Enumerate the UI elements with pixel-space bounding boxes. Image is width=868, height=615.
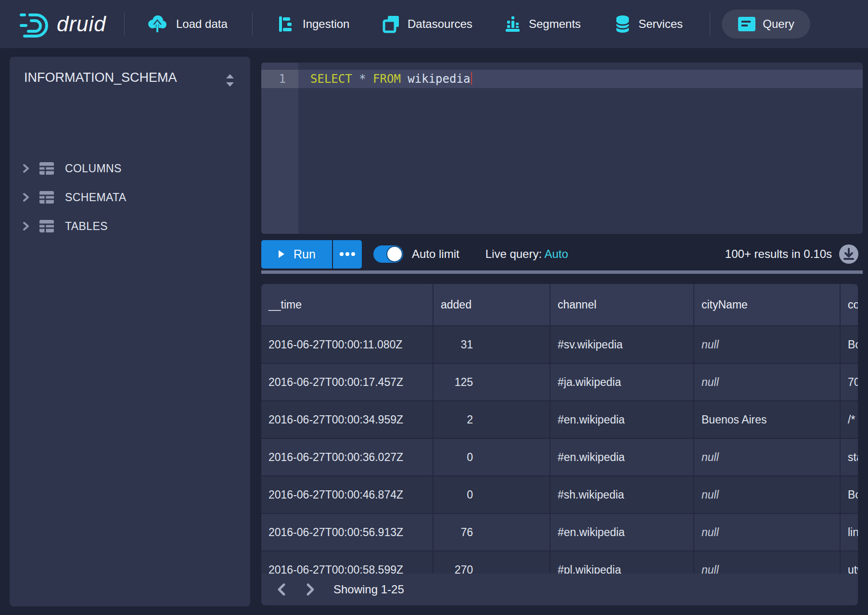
- cell-added[interactable]: 76: [434, 514, 550, 551]
- live-query-value[interactable]: Auto: [544, 247, 568, 260]
- cell-channel[interactable]: #pl.wikipedia: [550, 551, 694, 574]
- cell-cityname[interactable]: Buenos Aires: [694, 401, 841, 439]
- sql-identifier: wikipedia: [408, 72, 470, 86]
- cell-channel[interactable]: #en.wikipedia: [550, 514, 694, 551]
- cell-cityname[interactable]: null: [694, 551, 841, 574]
- cell-comment[interactable]: link: [841, 514, 858, 551]
- nav-item-query-active[interactable]: Query: [722, 10, 810, 38]
- sql-operator: *: [359, 72, 366, 86]
- cell-cityname[interactable]: null: [694, 476, 841, 514]
- column-header-time[interactable]: __time: [261, 284, 434, 326]
- table-row: 2016-06-27T00:00:34.959Z 2 #en.wikipedia…: [261, 401, 858, 439]
- cell-added[interactable]: 2: [434, 401, 550, 439]
- nav-item-segments[interactable]: Segments: [504, 0, 581, 48]
- cell-cityname[interactable]: null: [694, 514, 841, 551]
- cell-comment[interactable]: /* S: [841, 401, 858, 439]
- results-resize-divider[interactable]: [261, 270, 863, 274]
- cell-comment[interactable]: utw: [841, 551, 858, 574]
- cell-time[interactable]: 2016-06-27T00:00:56.913Z: [261, 514, 434, 551]
- cloud-upload-icon: [146, 13, 169, 35]
- cell-added[interactable]: 0: [434, 439, 550, 476]
- double-caret-vertical-icon[interactable]: [223, 73, 237, 88]
- pagination-bar: Showing 1-25: [261, 574, 858, 605]
- table-row: 2016-06-27T00:00:58.599Z 270 #pl.wikiped…: [261, 551, 858, 574]
- nav-item-label: Datasources: [408, 17, 472, 31]
- auto-limit-toggle[interactable]: [373, 245, 403, 263]
- line-number: 1: [261, 70, 298, 88]
- query-toolbar: Run Auto limit Live query: Auto 100+ res…: [261, 240, 863, 269]
- run-button[interactable]: Run: [261, 240, 332, 269]
- toggle-knob: [387, 247, 402, 261]
- cell-channel[interactable]: #en.wikipedia: [550, 401, 694, 439]
- cell-time[interactable]: 2016-06-27T00:00:46.874Z: [261, 476, 434, 514]
- cell-comment[interactable]: 70:: [841, 364, 858, 401]
- nav-item-ingestion[interactable]: Ingestion: [278, 0, 349, 48]
- column-header-channel[interactable]: channel: [550, 284, 694, 326]
- chevron-right-icon: [305, 583, 316, 596]
- table-row: 2016-06-27T00:00:17.457Z 125 #ja.wikiped…: [261, 364, 858, 401]
- table-icon: [39, 191, 54, 204]
- nav-item-load-data[interactable]: Load data: [146, 0, 228, 48]
- pagination-status: Showing 1-25: [333, 583, 404, 596]
- nav-item-label: Query: [763, 17, 794, 31]
- sql-keyword: FROM: [373, 72, 401, 86]
- cell-channel[interactable]: #ja.wikipedia: [550, 364, 694, 401]
- cell-time[interactable]: 2016-06-27T00:00:34.959Z: [261, 401, 434, 439]
- cell-added[interactable]: 31: [434, 326, 550, 364]
- cell-time[interactable]: 2016-06-27T00:00:17.457Z: [261, 364, 434, 401]
- cell-channel[interactable]: #en.wikipedia: [550, 439, 694, 476]
- nav-item-label: Load data: [176, 17, 228, 31]
- play-icon: [278, 249, 285, 259]
- schema-title: INFORMATION_SCHEMA: [24, 70, 177, 85]
- cell-time[interactable]: 2016-06-27T00:00:36.027Z: [261, 439, 434, 476]
- column-header-comment[interactable]: comment: [841, 284, 858, 326]
- nav-item-label: Ingestion: [303, 17, 349, 31]
- cell-cityname[interactable]: null: [694, 439, 841, 476]
- table-icon: [39, 219, 54, 233]
- cell-channel[interactable]: #sh.wikipedia: [550, 476, 694, 514]
- gantt-chart-icon: [278, 15, 295, 33]
- column-header-added[interactable]: added: [434, 284, 550, 326]
- nav-divider: [252, 13, 253, 36]
- cell-added[interactable]: 270: [434, 551, 550, 574]
- nav-item-services[interactable]: Services: [614, 0, 683, 48]
- cell-cityname[interactable]: null: [694, 326, 841, 364]
- sidebar-item-schemata[interactable]: SCHEMATA: [10, 187, 250, 208]
- run-more-options-button[interactable]: [333, 240, 362, 269]
- cell-comment[interactable]: sta: [841, 439, 858, 476]
- previous-page-button[interactable]: [272, 580, 291, 599]
- cell-cityname[interactable]: null: [694, 364, 841, 401]
- cell-comment[interactable]: Bot: [841, 476, 858, 514]
- top-nav: druid Load data: [0, 0, 868, 48]
- auto-limit-label: Auto limit: [412, 247, 460, 261]
- sidebar-item-columns[interactable]: COLUMNS: [10, 158, 250, 179]
- next-page-button[interactable]: [301, 580, 320, 599]
- nav-item-label: Services: [638, 17, 683, 31]
- run-button-label: Run: [294, 247, 316, 261]
- column-header-cityname[interactable]: cityName: [694, 284, 841, 326]
- cell-time[interactable]: 2016-06-27T00:00:58.599Z: [261, 551, 434, 574]
- sidebar-item-label: TABLES: [65, 220, 108, 233]
- download-icon[interactable]: [839, 244, 859, 264]
- nav-item-datasources[interactable]: Datasources: [382, 0, 472, 48]
- sidebar-item-label: SCHEMATA: [65, 191, 127, 204]
- cell-time[interactable]: 2016-06-27T00:00:11.080Z: [261, 326, 434, 364]
- druid-console: druid Load data: [0, 0, 868, 615]
- console-icon: [738, 16, 756, 32]
- chevron-right-icon: [22, 164, 30, 173]
- chevron-left-icon: [276, 583, 287, 596]
- sidebar-item-tables[interactable]: TABLES: [10, 216, 250, 237]
- chevron-right-icon: [22, 192, 30, 202]
- cell-comment[interactable]: Bot: [841, 326, 858, 364]
- chevron-right-icon: [22, 221, 30, 231]
- table-header-row: __time added channel cityName comment: [261, 284, 858, 326]
- layers-icon: [382, 15, 400, 33]
- cell-added[interactable]: 0: [434, 476, 550, 514]
- cell-channel[interactable]: #sv.wikipedia: [550, 326, 694, 364]
- sql-keyword: SELECT: [310, 72, 352, 86]
- results-summary: 100+ results in 0.10s: [725, 247, 832, 261]
- sql-editor[interactable]: 1 SELECT * FROM wikipedia: [261, 63, 863, 234]
- sql-query-text: SELECT * FROM wikipedia: [310, 70, 472, 88]
- nav-divider: [124, 13, 125, 36]
- cell-added[interactable]: 125: [434, 364, 550, 401]
